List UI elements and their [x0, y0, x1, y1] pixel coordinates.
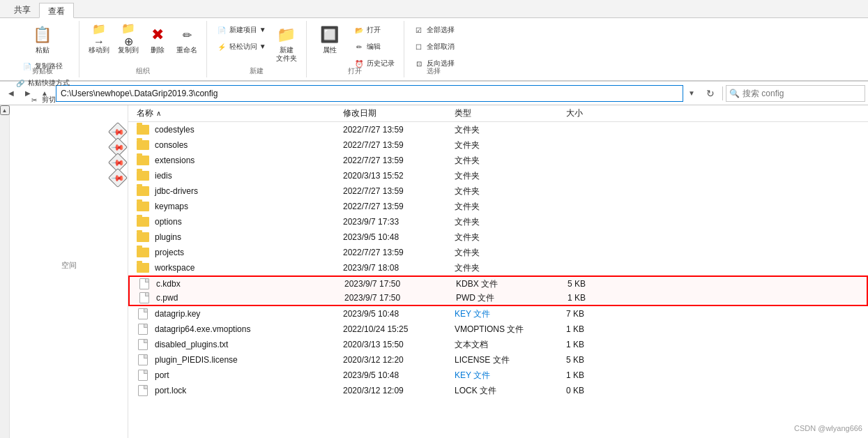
file-size	[566, 263, 572, 273]
address-bar: ◀ ▶ ▲ C:\Users\newhope\.DataGrip2019.3\c…	[0, 82, 868, 105]
file-row[interactable]: datagrip.key2023/9/5 10:48KEY 文件7 KB	[128, 306, 868, 322]
file-type: KEY 文件	[455, 309, 490, 319]
nav-scroll-up[interactable]: ▲	[0, 105, 10, 115]
folder-icon	[137, 263, 149, 273]
paste-shortcut-icon: 🔗	[15, 77, 26, 89]
file-size: 1 KB	[566, 370, 590, 380]
copy-to-label: 复制到	[118, 46, 139, 54]
file-row[interactable]: projects2022/7/27 13:59文件夹	[128, 245, 868, 260]
paste-button[interactable]: 📋 粘贴	[27, 22, 58, 57]
file-row[interactable]: plugins2023/9/5 10:48文件夹	[128, 229, 868, 245]
paste-icon: 📋	[33, 25, 52, 45]
new-folder-button[interactable]: 📁 新建文件夹	[273, 22, 300, 66]
easy-access-button[interactable]: ⚡ 轻松访问 ▼	[213, 39, 270, 54]
col-header-type[interactable]: 类型	[452, 107, 563, 119]
file-list-container[interactable]: 名称 ∧ 修改日期 类型 大小 codestyles2022/7/27 13:5…	[128, 105, 868, 438]
file-row[interactable]: codestyles2022/7/27 13:59文件夹	[128, 122, 868, 137]
file-row[interactable]: plugin_PIEDIS.license2020/3/12 12:20LICE…	[128, 352, 868, 368]
tab-view[interactable]: 查看	[39, 3, 74, 18]
file-size	[566, 248, 572, 257]
file-name: datagrip.key	[155, 309, 200, 319]
pin-button-4[interactable]: 📌	[108, 168, 128, 188]
file-size	[566, 202, 572, 211]
ribbon-panel: 📋 粘贴 📄 复制路径 🔗 粘贴快捷方式 ✂ 剪切	[0, 18, 868, 81]
col-header-name[interactable]: 名称 ∧	[131, 107, 340, 119]
sidebar-pins: 📌 📌 📌 📌	[10, 122, 128, 188]
file-row[interactable]: disabled_plugins.txt2020/3/13 15:50文本文档1…	[128, 337, 868, 352]
file-size: 1 KB	[568, 293, 591, 303]
file-type: 文件夹	[455, 125, 480, 135]
file-name: keymaps	[155, 202, 188, 211]
file-type: 文件夹	[455, 232, 480, 242]
select-none-button[interactable]: ☐ 全部取消	[410, 39, 458, 54]
address-dropdown-btn[interactable]: ▼	[683, 85, 700, 102]
cut-icon: ✂	[29, 94, 40, 105]
ribbon-group-select: ☑ 全部选择 ☐ 全部取消 ⊡ 反向选择 选择	[404, 21, 464, 77]
file-type: 文件夹	[455, 171, 480, 181]
edit-button[interactable]: ✏ 编辑	[350, 39, 398, 54]
move-to-button[interactable]: 📁→ 移动到	[85, 22, 113, 57]
file-row[interactable]: extensions2022/7/27 13:59文件夹	[128, 153, 868, 168]
file-row[interactable]: consoles2022/7/27 13:59文件夹	[128, 137, 868, 153]
file-row[interactable]: datagrip64.exe.vmoptions2022/10/24 15:25…	[128, 322, 868, 337]
address-refresh-btn[interactable]: ↻	[701, 85, 719, 102]
folder-icon	[137, 125, 149, 135]
move-to-label: 移动到	[89, 46, 109, 54]
file-size: 1 KB	[566, 324, 590, 334]
file-date: 2022/7/27 13:59	[343, 202, 404, 211]
file-row[interactable]: jdbc-drivers2022/7/27 13:59文件夹	[128, 183, 868, 199]
properties-button[interactable]: 🔲 属性	[312, 22, 347, 57]
file-name: plugin_PIEDIS.license	[155, 355, 238, 365]
file-size	[566, 171, 572, 181]
file-type: KEY 文件	[455, 370, 490, 380]
file-type: PWD 文件	[456, 293, 494, 303]
file-list-header: 名称 ∧ 修改日期 类型 大小	[128, 105, 868, 122]
new-item-button[interactable]: 📄 新建项目 ▼	[213, 22, 270, 38]
file-row[interactable]: options2023/9/7 17:33文件夹	[128, 214, 868, 229]
select-all-button[interactable]: ☑ 全部选择	[410, 22, 458, 38]
file-doc-icon	[138, 324, 148, 335]
main-area: ▲ 📌 📌 📌 📌 空间 名称 ∧ 修改日期 类型 大小	[0, 105, 868, 438]
file-row[interactable]: iedis2020/3/13 15:52文件夹	[128, 168, 868, 183]
ribbon-group-new: 📄 新建项目 ▼ ⚡ 轻松访问 ▼ 📁 新建文件夹 新建	[207, 21, 307, 77]
file-doc-icon	[138, 370, 148, 381]
file-date: 2020/3/12 12:20	[343, 355, 404, 365]
tab-share[interactable]: 共享	[6, 2, 39, 17]
paste-shortcut-button[interactable]: 🔗 粘贴快捷方式	[11, 75, 73, 91]
paste-label: 粘贴	[36, 46, 50, 54]
file-row[interactable]: c.pwd2023/9/7 17:50PWD 文件1 KB	[128, 291, 868, 306]
file-date: 2023/9/5 10:48	[343, 232, 399, 242]
file-row[interactable]: keymaps2022/7/27 13:59文件夹	[128, 199, 868, 214]
file-row[interactable]: workspace2023/9/7 18:08文件夹	[128, 260, 868, 275]
left-nav-scroll: ▲	[0, 105, 10, 438]
search-input[interactable]	[743, 89, 862, 98]
file-row[interactable]: c.kdbx2023/9/7 17:50KDBX 文件5 KB	[128, 275, 868, 291]
invert-select-icon: ⊡	[413, 58, 425, 69]
copy-to-button[interactable]: 📁⊕ 复制到	[114, 22, 142, 57]
file-date: 2022/7/27 13:59	[343, 140, 404, 150]
col-header-size[interactable]: 大小	[563, 107, 619, 119]
cut-button[interactable]: ✂ 剪切	[25, 92, 59, 107]
file-row[interactable]: port2023/9/5 10:48KEY 文件1 KB	[128, 368, 868, 383]
open-label: 打开	[367, 25, 381, 35]
file-name: options	[155, 217, 182, 227]
open-icon: 📂	[353, 24, 365, 36]
file-name: projects	[155, 248, 184, 257]
rename-button[interactable]: ✏ 重命名	[173, 22, 201, 57]
file-date: 2023/9/7 17:33	[343, 217, 399, 227]
file-type: 文件夹	[455, 263, 480, 273]
file-rows: codestyles2022/7/27 13:59文件夹consoles2022…	[128, 122, 868, 398]
file-row[interactable]: port.lock2020/3/12 12:09LOCK 文件0 KB	[128, 383, 868, 398]
address-path-field[interactable]: C:\Users\newhope\.DataGrip2019.3\config	[56, 85, 683, 102]
open-button[interactable]: 📂 打开	[350, 22, 398, 38]
col-header-date[interactable]: 修改日期	[340, 107, 452, 119]
file-doc-icon	[138, 308, 148, 319]
cut-label: 剪切	[42, 95, 56, 105]
file-type: KDBX 文件	[456, 279, 498, 289]
file-date: 2023/9/7 18:08	[343, 263, 399, 273]
file-doc-icon	[139, 278, 149, 289]
new-folder-icon: 📁	[277, 25, 296, 45]
file-date: 2022/7/27 13:59	[343, 125, 404, 135]
rename-icon: ✏	[177, 25, 197, 45]
delete-button[interactable]: ✖ 删除	[144, 22, 172, 57]
